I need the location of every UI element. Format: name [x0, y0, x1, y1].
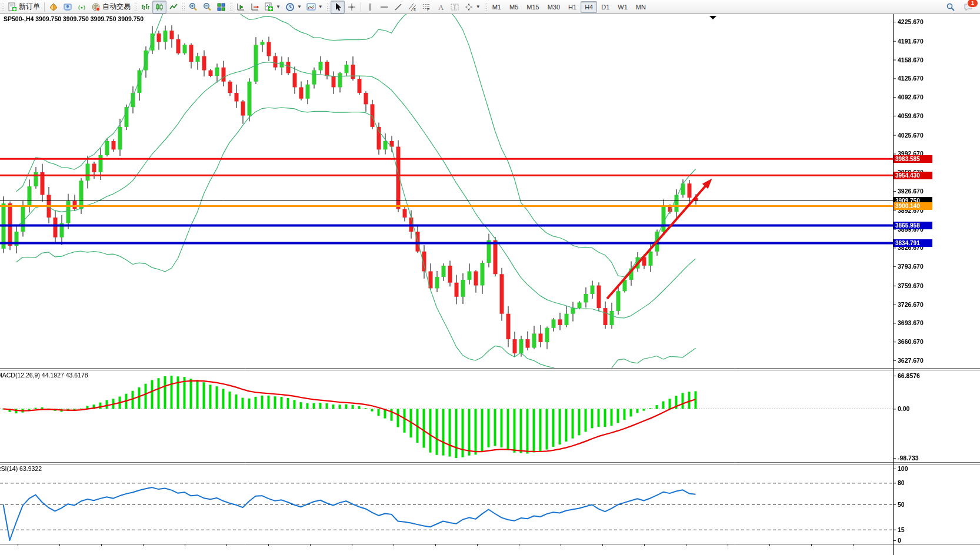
- fibonacci-icon: F: [422, 2, 431, 12]
- tile-windows-button[interactable]: [214, 1, 228, 14]
- equidistant-channel-button[interactable]: E: [405, 1, 419, 14]
- bar-chart-button[interactable]: [138, 1, 152, 14]
- text-button[interactable]: A: [434, 1, 448, 14]
- chart-shift-icon: [250, 2, 259, 12]
- macd-tick-label: -98.733: [898, 454, 919, 462]
- zoom-in-button[interactable]: [186, 1, 200, 14]
- prism-icon: [49, 2, 58, 12]
- crosshair-button[interactable]: [345, 1, 359, 14]
- arrows-icon: [464, 2, 474, 12]
- autotrade-button[interactable]: 自动交易: [89, 1, 133, 14]
- chevron-down-icon: ▼: [297, 4, 302, 9]
- price-tick-label: 3660.670: [898, 338, 924, 345]
- chat-button[interactable]: 1: [961, 1, 975, 14]
- rsi-tick-label: 15: [898, 526, 905, 533]
- price-tick-label: 3693.670: [898, 319, 924, 326]
- zoom-out-button[interactable]: [200, 1, 214, 14]
- indicators-icon: [264, 2, 274, 12]
- chart-canvas[interactable]: [0, 0, 980, 555]
- svg-text:A: A: [438, 3, 444, 12]
- timeframe-D1[interactable]: D1: [597, 1, 614, 13]
- text-icon: A: [436, 2, 445, 12]
- auto-scroll-button[interactable]: [234, 1, 248, 14]
- templates-icon: [306, 2, 316, 12]
- templates-button[interactable]: ▼: [304, 1, 325, 14]
- macd-tick-label: 0.00: [898, 405, 909, 412]
- rsi-tick-label: 50: [898, 501, 905, 508]
- price-tick-label: 4092.670: [898, 93, 924, 101]
- periods-button[interactable]: ▼: [283, 1, 304, 14]
- price-level-badge: 3900.140: [894, 202, 932, 210]
- new-order-button[interactable]: 新订单: [5, 1, 42, 14]
- timeframe-M15[interactable]: M15: [522, 1, 543, 13]
- candlestick-button[interactable]: [152, 1, 166, 14]
- timeframe-group: M1M5M15M30H1H4D1W1MN: [488, 1, 650, 13]
- timeframe-W1[interactable]: W1: [614, 1, 632, 13]
- text-label-button[interactable]: T: [448, 1, 462, 14]
- toolbar-separator: [44, 2, 45, 12]
- vertical-line-icon: [365, 2, 375, 12]
- timeframe-H1[interactable]: H1: [564, 1, 581, 13]
- rsi-tick-label: 0: [898, 537, 901, 544]
- toolbar-grip: [326, 2, 329, 12]
- svg-text:T: T: [453, 4, 456, 11]
- trendline-button[interactable]: [391, 1, 405, 14]
- autotrade-icon: [91, 2, 101, 12]
- timeframe-H4[interactable]: H4: [581, 1, 597, 13]
- price-tick-label: 3926.670: [898, 188, 924, 195]
- prism-button[interactable]: [46, 1, 61, 14]
- toolbar-grip: [134, 2, 137, 12]
- price-tick-label: 4025.670: [898, 132, 924, 139]
- price-tick-label: 4059.670: [898, 112, 924, 119]
- price-level-badge: 3834.791: [894, 239, 932, 247]
- timeframe-M1[interactable]: M1: [488, 1, 505, 13]
- price-tick-label: 3759.670: [898, 282, 924, 289]
- price-level-badge: 3865.958: [894, 222, 932, 229]
- community-icon: [63, 2, 72, 12]
- signal-icon: [77, 2, 86, 12]
- cursor-icon: [333, 2, 342, 12]
- chart-shift-button[interactable]: [248, 1, 262, 14]
- rsi-tick-label: 80: [898, 479, 905, 486]
- zoom-in-icon: [188, 2, 198, 12]
- macd-tick-label: 66.8576: [898, 372, 920, 379]
- line-chart-icon: [169, 2, 178, 12]
- bar-chart-icon: [141, 2, 150, 12]
- periods-icon: [285, 2, 295, 12]
- horizontal-line-button[interactable]: [377, 1, 391, 14]
- svg-text:E: E: [414, 8, 416, 11]
- price-level-badge: 3983.585: [894, 155, 932, 163]
- chevron-down-icon: ▼: [476, 4, 481, 9]
- price-tick-label: 4125.670: [898, 75, 924, 82]
- autotrade-label: 自动交易: [102, 2, 131, 12]
- timeframe-M5[interactable]: M5: [505, 1, 522, 13]
- line-chart-button[interactable]: [166, 1, 181, 14]
- horizontal-line-icon: [379, 2, 389, 12]
- price-level-badge: 3954.430: [894, 172, 932, 179]
- cursor-button[interactable]: [331, 1, 345, 14]
- vertical-line-button[interactable]: [363, 1, 377, 14]
- timeframe-M30[interactable]: M30: [544, 1, 564, 13]
- candlestick-icon: [155, 2, 164, 12]
- toolbar-grip: [182, 2, 185, 12]
- auto-scroll-icon: [236, 2, 245, 12]
- rsi-tick-label: 100: [898, 465, 908, 472]
- price-tick-label: 3627.670: [898, 357, 924, 364]
- signal-button[interactable]: [75, 1, 89, 14]
- zoom-out-icon: [202, 2, 212, 12]
- price-tick-label: 4158.670: [898, 56, 924, 63]
- timeframe-MN[interactable]: MN: [632, 1, 650, 13]
- new-order-icon: [8, 2, 17, 12]
- price-tick-label: 4225.670: [898, 18, 924, 25]
- trendline-icon: [394, 2, 403, 12]
- new-order-label: 新订单: [19, 2, 40, 12]
- arrows-button[interactable]: ▼: [462, 1, 483, 14]
- community-button[interactable]: [61, 1, 75, 14]
- search-button[interactable]: [944, 1, 958, 14]
- equidistant-channel-icon: E: [408, 2, 417, 12]
- fibonacci-button[interactable]: F: [419, 1, 434, 14]
- indicators-button[interactable]: ▼: [262, 1, 283, 14]
- chevron-down-icon: ▼: [318, 4, 323, 9]
- toolbar-separator: [361, 2, 361, 12]
- search-icon: [946, 2, 955, 12]
